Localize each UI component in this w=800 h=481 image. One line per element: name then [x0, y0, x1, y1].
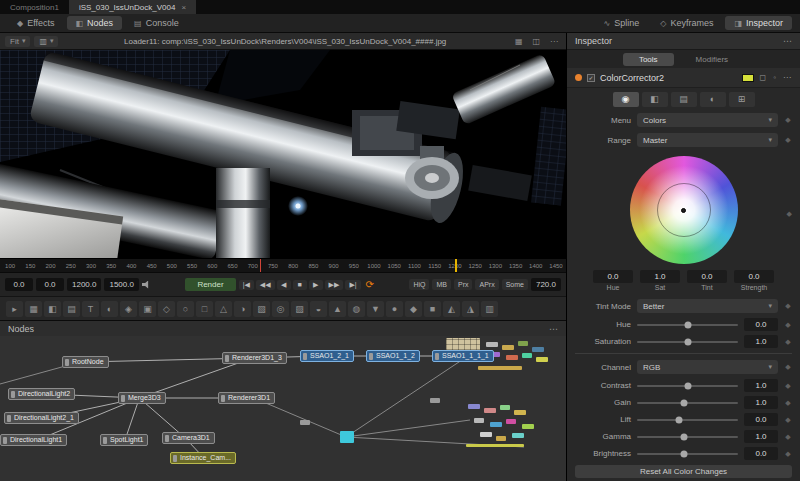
keyframe-icon[interactable]: ◆	[784, 399, 792, 407]
toolbar-tool-icon[interactable]: ▨	[291, 301, 308, 317]
toolbar-tool-icon[interactable]: ●	[386, 301, 403, 317]
mini-node[interactable]	[512, 433, 524, 438]
slider-handle[interactable]	[684, 338, 691, 345]
mini-node[interactable]	[514, 410, 526, 415]
keyframe-icon[interactable]: ◆	[784, 321, 792, 329]
transport-button[interactable]: ▶▶	[325, 280, 344, 290]
graph-node[interactable]: Renderer3D1	[218, 392, 275, 404]
mini-node[interactable]	[466, 444, 524, 447]
mini-node[interactable]	[484, 408, 496, 413]
toolbar-tool-icon[interactable]: ◈	[120, 301, 137, 317]
keyframe-icon[interactable]: ◆	[784, 450, 792, 458]
tab-composition1[interactable]: Composition1	[0, 0, 69, 14]
console-button[interactable]: ▤ Console	[125, 16, 188, 30]
slider-track[interactable]	[637, 419, 738, 421]
toolbar-tool-icon[interactable]: ◧	[44, 301, 61, 317]
slider-track[interactable]	[637, 385, 738, 387]
transport-button[interactable]: ◀◀	[256, 280, 275, 290]
viewer-layout-icon[interactable]: ▦	[512, 37, 526, 46]
toolbar-tool-icon[interactable]: ◭	[443, 301, 460, 317]
mini-node[interactable]	[490, 422, 502, 427]
quality-button-hiq[interactable]: HiQ	[409, 279, 429, 290]
keyframe-icon[interactable]: ◆	[787, 210, 792, 218]
slider-handle[interactable]	[681, 433, 688, 440]
timeline-ruler[interactable]: 1001502002503003504004505005506006507007…	[0, 258, 566, 272]
slider-value-field[interactable]: 0.0	[744, 447, 778, 460]
range-start-field[interactable]: 1200.0	[67, 278, 101, 291]
mini-node[interactable]	[522, 353, 532, 358]
keyframe-icon[interactable]: ◆	[784, 136, 792, 144]
toolbar-tool-icon[interactable]: ◒	[310, 301, 327, 317]
mini-node[interactable]	[430, 398, 440, 403]
graph-node[interactable]: Camera3D1	[162, 432, 215, 444]
reset-all-color-changes-button[interactable]: Reset All Color Changes	[575, 465, 792, 478]
time-field[interactable]: 0.0	[5, 278, 33, 291]
slider-handle[interactable]	[684, 321, 691, 328]
viewer-menu-icon[interactable]: ⋯	[547, 37, 561, 46]
time-field[interactable]: 0.0	[36, 278, 64, 291]
quality-button-mb[interactable]: MB	[432, 279, 451, 290]
toolbar-tool-icon[interactable]: ◐	[101, 301, 118, 317]
mini-node[interactable]	[496, 436, 506, 441]
graph-node[interactable]: DirectionalLight2	[8, 388, 75, 400]
toolbar-tool-icon[interactable]: ◍	[348, 301, 365, 317]
slider-handle[interactable]	[684, 382, 691, 389]
slider-value-field[interactable]: 1.0	[744, 396, 778, 409]
transport-button[interactable]: ▶|	[345, 280, 360, 290]
keyframe-icon[interactable]: ◆	[784, 433, 792, 441]
toolbar-tool-icon[interactable]: ◇	[158, 301, 175, 317]
toolbar-tool-icon[interactable]: ▣	[139, 301, 156, 317]
node-color-dot[interactable]	[575, 74, 582, 81]
colorcorrector-subtab-icon[interactable]: ◐	[700, 92, 726, 107]
mini-node[interactable]	[502, 345, 514, 350]
keyframe-icon[interactable]: ◆	[784, 338, 792, 346]
transport-button[interactable]: |◀	[239, 280, 254, 290]
colorcorrector-subtab-icon[interactable]: ⊞	[729, 92, 755, 107]
colorcorrector-subtab-icon[interactable]: ▤	[671, 92, 697, 107]
toolbar-tool-icon[interactable]: T	[82, 301, 99, 317]
node-tile-color-swatch[interactable]	[742, 74, 754, 82]
toolbar-tool-icon[interactable]: ◎	[272, 301, 289, 317]
keyframe-icon[interactable]: ◆	[784, 382, 792, 390]
mini-node[interactable]	[478, 366, 522, 370]
mini-node[interactable]	[480, 432, 492, 437]
range-dropdown[interactable]: Master ▾	[637, 133, 778, 147]
range-end-field[interactable]: 1500.0	[104, 278, 138, 291]
slider-handle[interactable]	[681, 450, 688, 457]
inspector-button[interactable]: ◨ Inspector	[725, 16, 792, 30]
graph-node[interactable]: Merge3D3	[118, 392, 166, 404]
audio-icon[interactable]	[142, 281, 152, 289]
tab-active-composition[interactable]: iSS_030_IssUnDock_V004 ×	[69, 0, 196, 14]
color-wheel-cursor[interactable]	[681, 208, 686, 213]
pin-icon[interactable]: ◦	[772, 73, 777, 82]
close-icon[interactable]: ×	[181, 3, 186, 12]
mini-node[interactable]	[506, 355, 518, 360]
image-viewer[interactable]	[0, 50, 566, 258]
toolbar-tool-icon[interactable]: ▧	[253, 301, 270, 317]
slider-track[interactable]	[637, 436, 738, 438]
mini-node[interactable]	[474, 418, 484, 423]
toolbar-tool-icon[interactable]: ■	[424, 301, 441, 317]
render-button[interactable]: Render	[185, 278, 235, 291]
tab-modifiers[interactable]: Modifiers	[680, 53, 744, 66]
toolbar-tool-icon[interactable]: ▦	[25, 301, 42, 317]
graph-node[interactable]: SSAO1_1_1_1	[432, 350, 494, 362]
color-wheel[interactable]	[630, 156, 738, 264]
wheel-value-field[interactable]: 1.0	[640, 270, 680, 283]
mini-node[interactable]	[340, 431, 354, 443]
loop-icon[interactable]: ⟳	[364, 279, 376, 290]
keyframe-icon[interactable]: ◆	[784, 363, 792, 371]
slider-value-field[interactable]: 1.0	[744, 379, 778, 392]
effects-button[interactable]: ◆ Effects	[8, 16, 64, 30]
wheel-value-field[interactable]: 0.0	[734, 270, 774, 283]
toolbar-tool-icon[interactable]: ◮	[462, 301, 479, 317]
slider-value-field[interactable]: 0.0	[744, 318, 778, 331]
graph-node[interactable]: Renderer3D1_3	[222, 352, 287, 364]
node-canvas[interactable]: RootNodeRenderer3D1_3SSAO1_2_1SSAO1_1_2S…	[0, 336, 566, 481]
graph-node[interactable]: SpotLight1	[100, 434, 148, 446]
mini-node[interactable]	[518, 341, 528, 346]
colorcorrector-subtab-icon[interactable]: ◧	[642, 92, 668, 107]
slider-track[interactable]	[637, 341, 738, 343]
transport-button[interactable]: ◀	[277, 280, 291, 290]
tab-tools[interactable]: Tools	[623, 53, 674, 66]
